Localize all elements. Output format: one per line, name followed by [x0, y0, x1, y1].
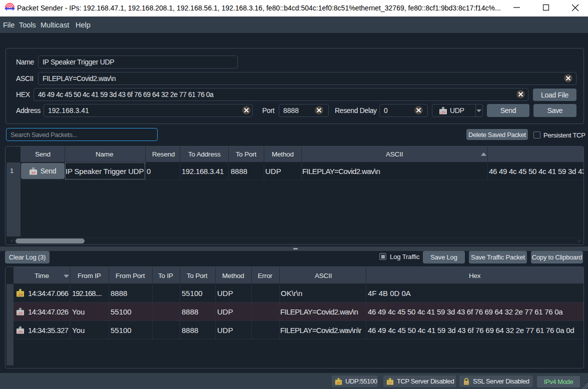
svg-text:SSL: SSL	[464, 382, 469, 384]
svg-text:UDP: UDP	[18, 330, 24, 334]
svg-text:UDP: UDP	[18, 312, 24, 315]
svg-text:UDP: UDP	[440, 111, 446, 114]
svg-text:UDP: UDP	[336, 382, 341, 384]
svg-text:TCP: TCP	[388, 382, 392, 384]
svg-text:UDP: UDP	[18, 294, 24, 296]
svg-text:UDP: UDP	[31, 171, 36, 174]
